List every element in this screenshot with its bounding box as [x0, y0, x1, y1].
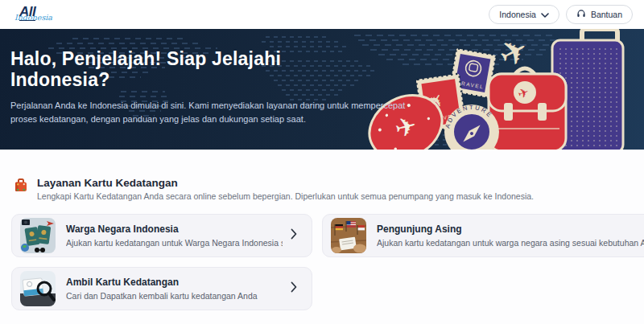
service-cards: Warga Negara Indonesia Ajukan kartu keda…	[11, 214, 634, 310]
help-button-label: Bantuan	[591, 10, 622, 19]
hero-banner: ✈ TRAVEL ✈ TRAVEL	[0, 29, 644, 150]
arrival-card-services-section: Layanan Kartu Kedatangan Lengkapi Kartu …	[0, 150, 644, 310]
chevron-right-icon	[291, 228, 297, 243]
magnifier-photo-thumbnail	[20, 271, 56, 306]
card-description: Ajukan kartu kedatangan untuk warga nega…	[377, 238, 644, 248]
card-warga-negara-indonesia[interactable]: Warga Negara Indonesia Ajukan kartu keda…	[11, 214, 312, 257]
headset-icon	[576, 9, 586, 20]
help-button[interactable]: Bantuan	[566, 5, 633, 24]
card-pengunjung-asing[interactable]: Pengunjung Asing Ajukan kartu kedatangan…	[322, 214, 644, 257]
language-selector-label: Indonesia	[499, 10, 536, 19]
empty-grid-cell	[322, 267, 644, 310]
logo-text-indonesia: Indonesia	[14, 13, 52, 22]
hero-title: Halo, Penjelajah! Siap Jelajahi Indonesi…	[10, 48, 332, 90]
services-header-text: Layanan Kartu Kedatangan Lengkapi Kartu …	[37, 177, 534, 201]
card-text: Pengunjung Asing Ajukan kartu kedatangan…	[377, 224, 644, 248]
site-logo[interactable]: All Indonesia	[13, 2, 85, 27]
card-text: Ambil Kartu Kedatangan Cari dan Dapatkan…	[66, 277, 283, 301]
chevron-right-icon	[291, 281, 297, 296]
hero-content: Halo, Penjelajah! Siap Jelajahi Indonesi…	[0, 29, 644, 127]
flags-photo-thumbnail	[331, 218, 366, 253]
card-ambil-kartu-kedatangan[interactable]: Ambil Kartu Kedatangan Cari dan Dapatkan…	[11, 267, 312, 310]
card-text: Warga Negara Indonesia Ajukan kartu keda…	[66, 224, 283, 248]
card-description: Ajukan kartu kedatangan untuk Warga Nega…	[66, 238, 283, 248]
card-title: Warga Negara Indonesia	[66, 224, 283, 235]
services-title: Layanan Kartu Kedatangan	[37, 177, 534, 189]
language-selector[interactable]: Indonesia	[489, 5, 559, 24]
card-description: Cari dan Dapatkan kembali kartu kedatang…	[66, 291, 283, 301]
passports-photo-thumbnail	[20, 218, 56, 253]
chevron-down-icon	[541, 10, 549, 19]
services-header: Layanan Kartu Kedatangan Lengkapi Kartu …	[11, 177, 634, 201]
services-subtitle: Lengkapi Kartu Kedatangan Anda secara on…	[37, 191, 534, 201]
top-header: All Indonesia Indonesia Bantuan	[0, 0, 644, 29]
header-actions: Indonesia Bantuan	[489, 5, 633, 24]
luggage-icon	[13, 178, 29, 197]
card-title: Pengunjung Asing	[377, 224, 644, 235]
hero-description: Perjalanan Anda ke Indonesia dimulai di …	[10, 99, 407, 126]
card-title: Ambil Kartu Kedatangan	[66, 277, 283, 288]
